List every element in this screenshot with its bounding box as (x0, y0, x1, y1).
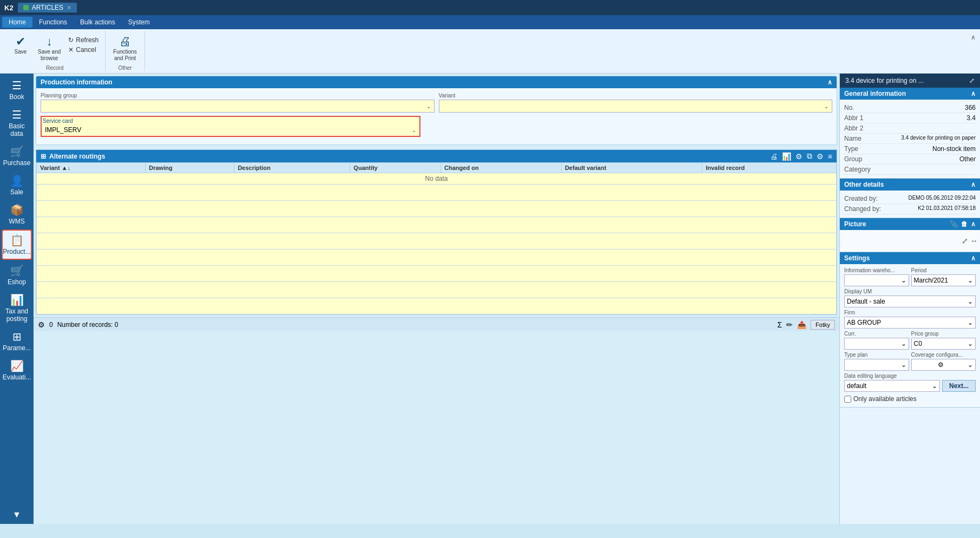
evaluati-icon: 📈 (10, 359, 24, 372)
sidebar-scroll-down[interactable]: ▼ (10, 508, 23, 521)
status-settings-icon[interactable]: ⚙ (38, 320, 45, 329)
general-info-header[interactable]: General information ∧ (840, 88, 980, 100)
sidebar-item-book[interactable]: ☰ Book (2, 76, 32, 104)
col-quantity[interactable]: Quantity (350, 163, 441, 173)
fotky-button[interactable]: Fotky (811, 320, 835, 330)
info-warehouse-input[interactable]: ⌄ (844, 274, 909, 286)
export-icon[interactable]: 📤 (797, 320, 806, 329)
variant-field: Variant ⌄ (439, 93, 833, 113)
refresh-label: Refresh (76, 36, 98, 44)
price-group-input[interactable]: C0 ⌄ (911, 338, 976, 350)
price-group-dropdown[interactable]: ⌄ (968, 340, 973, 347)
firm-dropdown[interactable]: ⌄ (968, 319, 973, 326)
app-name: K2 (4, 4, 14, 12)
type-plan-input[interactable]: ⌄ (844, 359, 909, 371)
service-card-dropdown[interactable]: ⌄ (412, 127, 416, 133)
save-label: Save (15, 49, 27, 55)
functions-print-label: Functionsand Print (113, 49, 136, 62)
other-details-header[interactable]: Other details ∧ (840, 179, 980, 191)
articles-tab[interactable]: ARTICLES ✕ (18, 3, 77, 12)
col-default-variant[interactable]: Default variant (561, 163, 702, 173)
variant-dropdown[interactable]: ⌄ (824, 103, 828, 109)
info-warehouse-dropdown[interactable]: ⌄ (901, 277, 906, 284)
chart-icon[interactable]: 📊 (782, 152, 791, 161)
period-dropdown[interactable]: ⌄ (968, 277, 973, 284)
general-info-collapse[interactable]: ∧ (971, 90, 976, 97)
type-plan-dropdown[interactable]: ⌄ (901, 361, 906, 369)
planning-group-dropdown[interactable]: ⌄ (426, 103, 431, 109)
menu-system[interactable]: System (122, 17, 156, 28)
info-row-created: Created by: DEMO 05.06.2012 09:22:04 (844, 194, 976, 204)
edit-icon[interactable]: ✏ (786, 320, 793, 329)
refresh-button[interactable]: ↻ Refresh (66, 36, 101, 44)
picture-delete-icon[interactable]: 🗑 (961, 220, 968, 228)
col-description[interactable]: Description (234, 163, 350, 173)
info-row-category: Category (844, 165, 976, 175)
menu-bulk-actions[interactable]: Bulk actions (74, 17, 122, 28)
print-table-icon[interactable]: 🖨 (770, 152, 778, 161)
variant-input[interactable]: ⌄ (439, 100, 833, 113)
save-button[interactable]: ✔ Save (9, 34, 32, 56)
display-um-input[interactable]: Default - sale ⌄ (844, 296, 976, 307)
picture-expand-icon[interactable]: ⤢ (962, 237, 968, 245)
sidebar-item-sale[interactable]: 👤 Sale (2, 171, 32, 199)
sidebar-evaluati-label: Evaluati... (3, 373, 31, 381)
sidebar-item-product[interactable]: 📋 Product... (2, 229, 32, 260)
sidebar-sale-label: Sale (10, 188, 23, 196)
firm-input[interactable]: AB GROUP ⌄ (844, 317, 976, 329)
settings-table-icon[interactable]: ⚙ (795, 152, 803, 161)
col-changed-on[interactable]: Changed on (441, 163, 562, 173)
gear-icon[interactable]: ⚙ (817, 152, 824, 161)
picture-tools: 📎 🗑 ∧ (950, 220, 976, 228)
cancel-button[interactable]: ✕ Cancel (66, 45, 101, 54)
right-panel-expand-icon[interactable]: ⤢ (969, 77, 975, 84)
picture-title: Picture (844, 220, 866, 228)
menu-functions[interactable]: Functions (32, 17, 74, 28)
picture-attach-icon[interactable]: 📎 (950, 220, 958, 228)
picture-collapse[interactable]: ∧ (971, 220, 976, 228)
data-language-dropdown[interactable]: ⌄ (932, 382, 937, 390)
alternate-routings-table: Variant ▲↓ Drawing Description Quantity … (36, 162, 837, 314)
sidebar-item-evaluati[interactable]: 📈 Evaluati... (2, 356, 32, 384)
settings-collapse[interactable]: ∧ (971, 254, 976, 262)
settings-row-display-um: Display UM Default - sale ⌄ (844, 288, 976, 307)
col-invalid-record[interactable]: Invalid record (702, 163, 837, 173)
production-info-collapse[interactable]: ∧ (827, 78, 832, 86)
other-details-collapse[interactable]: ∧ (971, 181, 976, 188)
curr-input[interactable]: ⌄ (844, 338, 909, 350)
col-drawing[interactable]: Drawing (146, 163, 234, 173)
sidebar-item-eshop[interactable]: 🛒 Eshop (2, 261, 32, 289)
no-data-cell: No data (37, 173, 837, 185)
picture-header: Picture 📎 🗑 ∧ (840, 218, 980, 230)
picture-stretch-icon[interactable]: ↔ (970, 237, 978, 245)
tab-close-icon[interactable]: ✕ (67, 4, 71, 11)
data-language-input[interactable]: default ⌄ (844, 380, 940, 392)
next-button[interactable]: Next... (942, 380, 976, 392)
sidebar-item-tax-posting[interactable]: 📊 Tax andposting (2, 290, 32, 326)
sidebar-item-parame[interactable]: ⊞ Parame... (2, 327, 32, 355)
coverage-config-settings[interactable]: ⚙ (938, 361, 944, 369)
display-um-dropdown[interactable]: ⌄ (968, 298, 973, 305)
sidebar-item-purchase[interactable]: 🛒 Purchase (2, 142, 32, 170)
col-variant[interactable]: Variant ▲↓ (37, 163, 146, 173)
settings-header[interactable]: Settings ∧ (840, 252, 980, 264)
only-available-checkbox[interactable] (844, 396, 851, 403)
functions-print-button[interactable]: 🖨 Functionsand Print (110, 34, 140, 63)
menu-icon[interactable]: ≡ (828, 152, 832, 161)
curr-dropdown[interactable]: ⌄ (901, 340, 906, 347)
ribbon-group-other: 🖨 Functionsand Print Other (106, 31, 144, 71)
sidebar-item-wms[interactable]: 📦 WMS (2, 200, 32, 228)
ribbon-collapse-icon[interactable]: ∧ (971, 34, 976, 41)
sum-icon[interactable]: Σ (777, 320, 782, 329)
columns-icon[interactable]: ⧉ (807, 152, 812, 161)
coverage-config-input[interactable]: ⚙ ⌄ (911, 359, 976, 371)
sidebar-item-basic-data[interactable]: ☰ Basicdata (2, 105, 32, 141)
menu-home[interactable]: Home (2, 17, 32, 28)
ribbon: ✔ Save ↓ Save andbrowse ↻ Refresh ✕ Canc… (0, 29, 980, 74)
coverage-config-dropdown[interactable]: ⌄ (968, 361, 973, 369)
save-browse-button[interactable]: ↓ Save andbrowse (35, 34, 64, 63)
planning-group-input[interactable]: ⌄ (41, 100, 435, 113)
period-input[interactable]: March/2021 ⌄ (911, 274, 976, 286)
period-field: Period March/2021 ⌄ (911, 267, 976, 286)
other-details-section: Other details ∧ Created by: DEMO 05.06.2… (840, 179, 980, 218)
